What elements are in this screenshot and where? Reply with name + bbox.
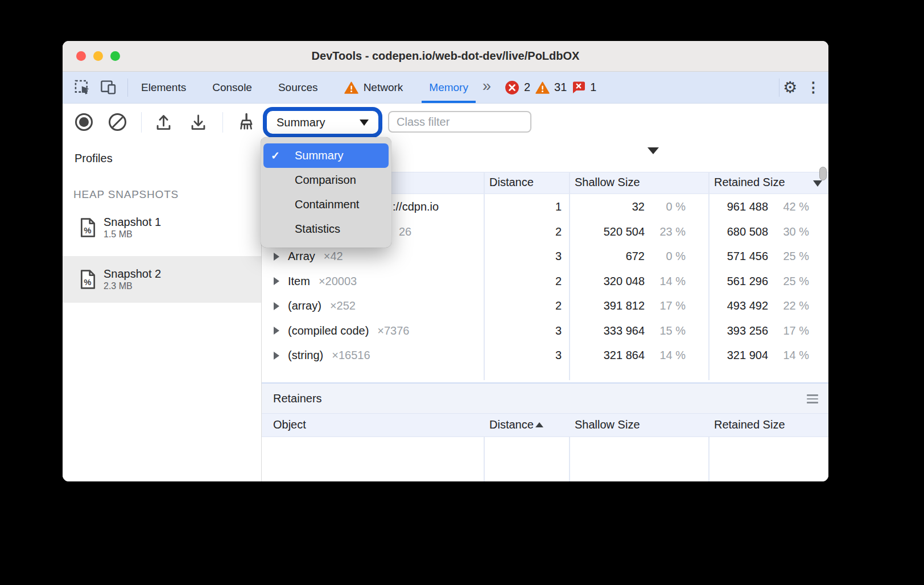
retainers-column-retained-size[interactable]: Retained Size (714, 418, 785, 431)
constructor-name: (compiled code) (288, 324, 369, 337)
shallow-size-cell: 321 864 (604, 349, 645, 362)
table-row[interactable]: Array×42 3 6720 % 571 45625 % (262, 244, 828, 269)
vertical-scrollbar-thumb[interactable] (819, 167, 827, 180)
distance-cell: 1 (484, 200, 569, 213)
menu-item-comparison[interactable]: Comparison (263, 168, 389, 192)
constructor-count: ×42 (324, 250, 343, 263)
snapshot-name: Snapshot 1 (104, 216, 161, 229)
class-filter-input[interactable] (388, 111, 531, 133)
retainers-column-distance[interactable]: Distance (489, 418, 543, 431)
tab-memory[interactable]: Memory (416, 72, 481, 103)
minimize-window-button[interactable] (93, 51, 103, 61)
issues-badge[interactable]: 1 (572, 81, 596, 94)
sort-ascending-icon (535, 422, 543, 427)
tab-elements[interactable]: Elements (128, 72, 199, 103)
perspective-select-value: Summary (277, 116, 325, 129)
collect-garbage-broom-icon[interactable] (236, 112, 256, 133)
warning-count: 31 (554, 81, 567, 94)
kebab-menu-icon[interactable]: ⋮ (801, 79, 828, 96)
retainers-title: Retainers (273, 392, 322, 405)
shallow-size-cell: 391 812 (604, 299, 645, 312)
shallow-size-cell: 333 964 (604, 324, 645, 337)
constructor-name: (array) (288, 299, 321, 312)
retainers-column-object[interactable]: Object (273, 418, 306, 431)
dropdown-arrow-indicator-icon (647, 147, 659, 154)
expand-triangle-icon[interactable] (274, 277, 279, 285)
column-header-retained-size[interactable]: Retained Size (714, 176, 785, 189)
perspective-dropdown-menu: ✓ Summary Comparison Containment Statist… (261, 137, 391, 248)
retained-size-percent: 25 % (768, 250, 809, 263)
shallow-size-cell: 32 (632, 200, 645, 213)
tab-network[interactable]: Network (331, 72, 416, 103)
retained-size-cell: 561 296 (727, 275, 768, 288)
menu-item-statistics[interactable]: Statistics (263, 217, 389, 241)
expand-triangle-icon[interactable] (274, 253, 279, 261)
shallow-size-percent: 15 % (645, 324, 686, 337)
expand-triangle-icon[interactable] (274, 302, 279, 310)
error-icon (505, 80, 519, 95)
constructor-count: 26 (399, 225, 411, 238)
settings-gear-icon[interactable]: ⚙︎ (779, 80, 801, 96)
retainers-menu-icon[interactable] (807, 394, 818, 403)
expand-triangle-icon[interactable] (274, 352, 279, 360)
table-row[interactable]: Item×20003 2 320 04814 % 561 29625 % (262, 269, 828, 294)
menu-item-containment[interactable]: Containment (263, 192, 389, 217)
tab-elements-label: Elements (141, 81, 186, 94)
retained-size-percent: 25 % (768, 275, 809, 288)
close-window-button[interactable] (76, 51, 86, 61)
tab-console[interactable]: Console (199, 72, 265, 103)
tab-network-label: Network (364, 81, 403, 94)
issues-count: 1 (590, 81, 596, 94)
table-row[interactable]: (compiled code)×7376 3 333 96415 % 393 2… (262, 319, 828, 344)
retained-size-cell: 680 508 (727, 225, 768, 238)
constructor-name: (string) (288, 349, 323, 362)
shallow-size-percent: 14 % (645, 275, 686, 288)
shallow-size-percent: 14 % (645, 349, 686, 362)
save-profile-icon[interactable] (189, 113, 208, 131)
column-header-shallow-size[interactable]: Shallow Size (575, 176, 640, 189)
perspective-select[interactable]: Summary (263, 107, 382, 138)
record-heap-snapshot-icon[interactable] (75, 113, 93, 131)
retained-size-percent: 42 % (768, 200, 809, 213)
snapshot-item-1[interactable]: % Snapshot 1 1.5 MB (63, 209, 261, 246)
snapshot-name: Snapshot 2 (104, 267, 161, 281)
table-row[interactable]: (array)×252 2 391 81217 % 493 49222 % (262, 294, 828, 319)
svg-text:%: % (84, 278, 91, 287)
retainers-column-shallow-size[interactable]: Shallow Size (575, 418, 640, 431)
traffic-lights (76, 41, 120, 71)
column-header-distance[interactable]: Distance (489, 176, 534, 189)
snapshot-size: 1.5 MB (104, 229, 161, 240)
table-row[interactable]: (string)×16516 3 321 86414 % 321 90414 % (262, 343, 828, 368)
tab-sources-label: Sources (278, 81, 318, 94)
device-toolbar-icon[interactable] (98, 72, 118, 103)
retained-size-cell: 321 904 (727, 349, 768, 362)
retainers-header-row: Object Distance Shallow Size Retained Si… (262, 413, 828, 437)
constructor-name: Array (288, 250, 315, 263)
shallow-size-cell: 320 048 (604, 275, 645, 288)
heap-snapshot-file-icon: % (80, 270, 96, 289)
retained-size-cell: 393 256 (727, 324, 768, 337)
zoom-window-button[interactable] (110, 51, 120, 61)
menu-item-summary[interactable]: ✓ Summary (263, 143, 389, 168)
error-badge[interactable]: 2 (505, 80, 530, 95)
snapshot-item-2-selected[interactable]: % Snapshot 2 2.3 MB (63, 256, 261, 303)
panel-content: Profiles HEAP SNAPSHOTS % Snapshot 1 1.5… (63, 139, 828, 481)
distance-cell: 2 (484, 225, 569, 238)
load-profile-icon[interactable] (154, 113, 173, 131)
warning-badge[interactable]: 31 (535, 81, 567, 94)
expand-triangle-icon[interactable] (274, 327, 279, 335)
svg-text:%: % (84, 226, 91, 235)
tab-console-label: Console (212, 81, 252, 94)
more-tabs-icon[interactable]: » (481, 77, 496, 97)
tab-sources[interactable]: Sources (265, 72, 331, 103)
checkmark-icon: ✓ (271, 149, 280, 162)
warning-icon (535, 81, 550, 94)
distance-cell: 2 (484, 275, 569, 288)
inspect-element-icon[interactable] (73, 72, 92, 103)
status-badges: 2 31 1 (505, 80, 597, 95)
clear-profiles-icon[interactable] (109, 113, 126, 131)
title-bar: DevTools - codepen.io/web-dot-dev/live/P… (63, 41, 828, 72)
constructor-count: ×16516 (332, 349, 370, 362)
select-caret-icon (360, 120, 369, 126)
constructor-name: Item (288, 275, 310, 288)
